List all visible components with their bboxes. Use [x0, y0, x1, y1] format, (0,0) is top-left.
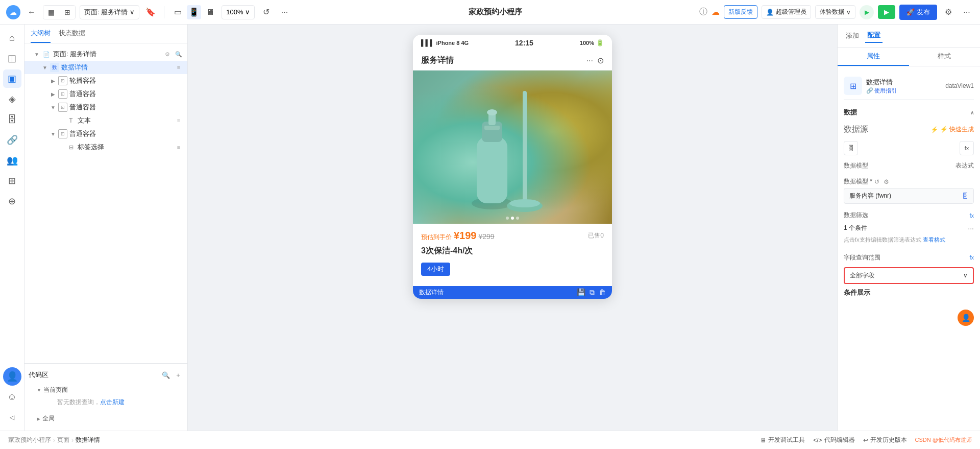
filter-more-btn[interactable]: ··· [968, 224, 974, 232]
settings-action-icon[interactable]: ⚙ [163, 50, 172, 59]
sidebar-user-btn[interactable]: 👤 [3, 367, 21, 386]
search-action-icon[interactable]: 🔍 [174, 50, 183, 59]
create-new-link[interactable]: 点击新建 [100, 398, 125, 406]
zoom-selector[interactable]: 100% ∨ [222, 5, 255, 19]
run-btn[interactable]: ▶ [878, 5, 895, 19]
sidebar-users-btn[interactable]: 👥 [3, 151, 21, 170]
code-editor-btn[interactable]: </> 代码编辑器 [813, 436, 854, 444]
filter-format-link[interactable]: 查看格式 [923, 237, 945, 243]
sidebar-outline-btn[interactable]: ▣ [3, 69, 21, 88]
phone-btn[interactable]: 📱 [187, 5, 201, 19]
tree-container1[interactable]: ▶ ⊡ 普通容器 [24, 87, 187, 101]
toolbar-right: ⓘ ☁ 新版反馈 👤 超级管理员 体验数据 ∨ ▶ ▶ 🚀 发布 ⚙ ··· [699, 5, 974, 20]
settings-btn[interactable]: ⚙ [941, 5, 955, 19]
status-left: ▌▌▌ iPhone 8 4G [421, 39, 469, 46]
model-label: 数据模型 [844, 161, 868, 170]
back-button[interactable]: ← [24, 5, 39, 19]
bookmark-btn[interactable]: 🔖 [143, 5, 158, 19]
config-tab[interactable]: 配置 [865, 29, 883, 43]
fx-icon-btn[interactable]: fx [960, 141, 974, 155]
publish-btn[interactable]: 🚀 发布 [899, 5, 937, 20]
preview-btn[interactable]: ▶ [860, 5, 874, 19]
code-add-btn[interactable]: + [173, 370, 183, 380]
all-fields-select[interactable]: 全部字段 ∨ [844, 267, 974, 284]
current-page-header[interactable]: ▼ 当前页面 [37, 384, 175, 396]
sidebar-smile-btn[interactable]: ☺ [3, 388, 21, 406]
sidebar-database-btn[interactable]: 🗄 [3, 110, 21, 129]
carousel-arrow: ▶ [49, 77, 57, 85]
sidebar-collapse-btn[interactable]: ◁ [3, 408, 21, 427]
list-view-btn[interactable]: ⊞ [60, 6, 75, 19]
comp-delete-icon[interactable]: 🗑 [599, 288, 606, 297]
query-range-fx-btn[interactable]: fx [969, 254, 974, 261]
breadcrumb-sep1: › [53, 437, 55, 444]
page-node-actions: ⚙ 🔍 [163, 50, 183, 59]
tabs-menu-icon[interactable]: ≡ [174, 143, 183, 152]
dot-1 [506, 217, 509, 220]
tree-carousel[interactable]: ▶ ⊡ 轮播容器 [24, 74, 187, 87]
dev-tools-btn[interactable]: 🖥 开发调试工具 [760, 436, 805, 444]
comp-save-icon[interactable]: 💾 [577, 288, 585, 297]
phone-nav-title: 服务详情 [421, 55, 454, 66]
sidebar-layers-btn[interactable]: ◫ [3, 49, 21, 67]
product-tags: 4小时 [421, 263, 604, 276]
right-panel-footer: 👤 [838, 305, 980, 330]
add-tab[interactable]: 添加 [844, 29, 861, 42]
tree-data-detail[interactable]: ▼ 数 数据详情 ≡ [24, 61, 187, 74]
admin-btn[interactable]: 👤 超级管理员 [762, 5, 811, 19]
grid-view-btn[interactable]: ▦ [43, 6, 59, 19]
data-model-value-row[interactable]: 服务内容 (fwnr) 🗄 [844, 188, 974, 204]
sidebar-home-btn[interactable]: ⌂ [3, 29, 21, 47]
breadcrumb-pages[interactable]: 页面 [57, 436, 69, 444]
tree-page-node[interactable]: ▼ 📄 页面: 服务详情 ⚙ 🔍 [24, 48, 187, 61]
outline-tab[interactable]: 大纲树 [31, 29, 51, 43]
comp-copy-icon[interactable]: ⧉ [590, 288, 595, 297]
sidebar-link-btn[interactable]: 🔗 [3, 131, 21, 149]
feedback-btn[interactable]: 新版反馈 [724, 5, 757, 19]
sidebar-flow-btn[interactable]: ⊞ [3, 172, 21, 190]
db-icon-btn[interactable]: 🗄 [844, 141, 858, 155]
expression-label[interactable]: 表达式 [955, 161, 974, 170]
app-title: 家政预约小程序 [296, 7, 695, 17]
data-section-header[interactable]: 数据 ∧ [844, 104, 974, 121]
model-settings-icon-btn[interactable]: ⚙ [884, 178, 889, 185]
data-detail-label: 数据详情 [61, 63, 174, 72]
nav-target-btn[interactable]: ⊙ [597, 56, 604, 65]
history-btn[interactable]: ↩ 开发历史版本 [863, 436, 907, 444]
tablet-btn[interactable]: ▭ [170, 5, 185, 19]
page-selector[interactable]: 页面: 服务详情 ∨ [80, 5, 139, 19]
refresh-icon-btn[interactable]: ↺ [874, 178, 879, 185]
status-time: 12:15 [515, 39, 533, 47]
tree-text[interactable]: T 文本 ≡ [24, 114, 187, 127]
model-row: 数据模型 表达式 [844, 158, 974, 173]
toolbar-extra-btn[interactable]: ··· [960, 5, 974, 19]
tag-4h[interactable]: 4小时 [421, 263, 450, 276]
tree-arrow: ▼ [33, 50, 41, 58]
filter-fx-btn[interactable]: fx [969, 212, 974, 219]
filter-row: 数据筛选 fx [844, 208, 974, 223]
right-prop-style-tabs: 属性 样式 [838, 48, 980, 66]
breadcrumb-app[interactable]: 家政预约小程序 [8, 436, 51, 444]
desktop-btn[interactable]: 🖥 [203, 5, 217, 19]
style-tab[interactable]: 样式 [909, 48, 981, 66]
sidebar-add-btn[interactable]: ⊕ [3, 192, 21, 210]
props-tab[interactable]: 属性 [838, 48, 909, 66]
generate-btn[interactable]: ⚡ ⚡ 快速生成 [930, 125, 974, 134]
sidebar-bookmark-btn[interactable]: ◈ [3, 90, 21, 108]
global-header[interactable]: ▶ 全局 [37, 413, 175, 424]
code-search-btn[interactable]: 🔍 [161, 370, 171, 380]
nav-more-btn[interactable]: ··· [586, 56, 593, 65]
tree-container3[interactable]: ▼ ⊡ 普通容器 [24, 127, 187, 140]
data-detail-icon: 数 [50, 63, 59, 72]
data-btn[interactable]: 体验数据 ∨ [815, 5, 855, 19]
text-menu-icon[interactable]: ≡ [174, 116, 183, 125]
state-data-tab[interactable]: 状态数据 [59, 29, 85, 43]
battery-icon: 🔋 [596, 39, 604, 46]
admin-icon: 👤 [766, 9, 774, 16]
more-menu-btn[interactable]: ··· [277, 5, 291, 19]
tree-container2[interactable]: ▼ ⊡ 普通容器 [24, 101, 187, 114]
comp-usage-link[interactable]: 🔗 使用指引 [866, 87, 941, 94]
data-detail-menu-icon[interactable]: ≡ [174, 63, 183, 72]
refresh-btn[interactable]: ↺ [259, 5, 273, 19]
tree-tabs[interactable]: ⊟ 标签选择 ≡ [24, 140, 187, 154]
